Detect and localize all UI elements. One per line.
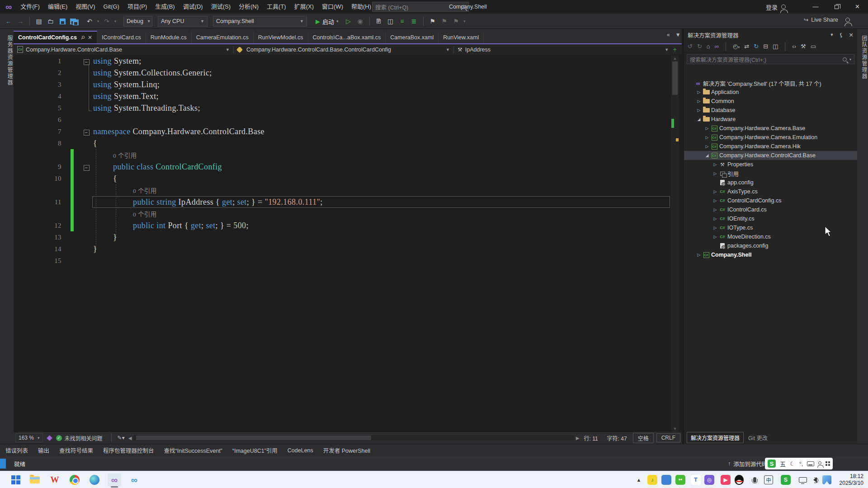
close-panel-icon[interactable]: ✕	[849, 32, 854, 38]
tree-expander-icon[interactable]: ▷	[712, 198, 718, 203]
chrome-icon[interactable]	[68, 473, 81, 487]
t-app-icon[interactable]: T	[691, 475, 701, 485]
tree-expander-icon[interactable]: ▷	[712, 225, 718, 230]
new-item-icon[interactable]: 🖹	[374, 16, 384, 27]
forward-icon[interactable]: ↻	[697, 43, 702, 50]
previous-bookmark-icon[interactable]: ⚑	[439, 16, 449, 27]
tree-expander-icon[interactable]: ▷	[696, 108, 702, 113]
wechat-icon[interactable]: ••	[675, 475, 685, 485]
blue-app-icon[interactable]	[661, 475, 671, 485]
menu-item[interactable]: Git(G)	[99, 0, 123, 14]
collapse-all-icon[interactable]: ⊟	[763, 43, 768, 50]
tree-item[interactable]: ▷Common	[684, 97, 857, 106]
document-tab[interactable]: Controls\Ca...aBox.xaml.cs	[308, 32, 386, 43]
panel-menu-icon[interactable]: ▼	[830, 33, 834, 37]
code-health-icon[interactable]	[47, 435, 52, 441]
solution-configurations-combo[interactable]: Debug▼	[123, 16, 152, 27]
zoom-level-combo[interactable]: 163 %▾	[15, 433, 43, 442]
menu-item[interactable]: 项目(P)	[123, 0, 151, 14]
sign-in-button[interactable]: 登录	[766, 0, 786, 14]
navbar-dropdown-icon[interactable]: ▼	[665, 47, 669, 52]
sogou-tray-icon[interactable]: S	[781, 475, 791, 485]
menu-item[interactable]: 扩展(X)	[290, 0, 318, 14]
tree-item[interactable]: ∞解决方案 'Company.Shell' (17 个项目, 共 17 个)	[684, 79, 857, 88]
open-file-icon[interactable]: 🗀	[46, 16, 56, 27]
team-explorer-vertical-tab[interactable]: 团队资源管理器	[857, 32, 868, 83]
codelens-references[interactable]: 0 个引用	[93, 209, 157, 218]
solution-search-input[interactable]: 搜索解决方案资源管理器(Ctrl+;) ▾	[687, 54, 854, 64]
tools-wrench-icon[interactable]: ⚒	[801, 43, 806, 50]
pin-icon[interactable]: ⚸	[839, 32, 843, 38]
taskbar-clock[interactable]: 18:12 2025/3/10	[840, 473, 863, 487]
tree-item[interactable]: ▷C#Company.Shell	[684, 250, 857, 259]
menu-item[interactable]: 分析(N)	[235, 0, 263, 14]
server-explorer-vertical-tab[interactable]: 服务器资源管理器	[0, 32, 14, 89]
next-bookmark-icon[interactable]: ⚑	[451, 16, 461, 27]
bottom-panel-tab[interactable]: “ImageU8C1”引用	[232, 446, 278, 455]
navigate-forward-icon[interactable]: →	[15, 16, 25, 27]
edge-icon[interactable]	[88, 473, 101, 487]
fold-marker[interactable]: −	[80, 127, 93, 136]
preview-selected-icon[interactable]: ▭	[811, 43, 816, 50]
breadcrumb-type[interactable]: Company.Hardware.ControlCard.Base.Contro…	[234, 44, 453, 55]
scrollbar-thumb[interactable]	[672, 61, 678, 95]
soft-keyboard-icon[interactable]	[807, 461, 814, 466]
breadcrumb-member[interactable]: ⚒ IpAddress	[454, 44, 494, 55]
tree-item[interactable]: ▷C#Company.Hardware.Camera.Hik	[684, 142, 857, 151]
comment-lines-icon[interactable]: ≡	[397, 16, 407, 27]
document-tab[interactable]: CameraEmulation.cs	[192, 32, 254, 43]
microphone-icon[interactable]	[750, 475, 760, 485]
navigate-back-icon[interactable]: ←	[4, 16, 14, 27]
tree-item[interactable]: ▷C#ControlCardConfig.cs	[684, 196, 857, 205]
tree-item[interactable]: ▷⚒Properties	[684, 160, 857, 169]
menu-item[interactable]: 文件(F)	[16, 0, 44, 14]
vertical-scrollbar[interactable]: ▲ ▼	[671, 55, 679, 432]
redo-dropdown-icon[interactable]: ▾	[113, 16, 117, 27]
punctuation-mode-icon[interactable]: °,	[799, 460, 803, 467]
start-debugging-button[interactable]: ▶ 启动 ▾	[312, 15, 342, 27]
new-project-icon[interactable]: ▤	[34, 16, 44, 27]
file-explorer-icon[interactable]	[28, 473, 42, 487]
tree-expander-icon[interactable]: ▷	[696, 90, 702, 94]
profiler-icon[interactable]: ◉	[355, 16, 365, 27]
qq-icon[interactable]	[734, 475, 744, 485]
menu-item[interactable]: 窗口(W)	[318, 0, 347, 14]
minimize-button[interactable]: —	[805, 0, 826, 14]
bottom-panel-tab[interactable]: 错误列表	[5, 446, 28, 455]
tray-overflow-chevron-icon[interactable]: ▲	[634, 475, 644, 485]
switch-views-icon[interactable]: ⇄	[744, 43, 749, 50]
menu-item[interactable]: 工具(T)	[263, 0, 290, 14]
breadcrumb-project[interactable]: C# Company.Hardware.ControlCard.Base ▼	[14, 44, 233, 55]
home-icon[interactable]: ⌂	[707, 43, 710, 50]
redo-icon[interactable]: ↷	[102, 16, 112, 27]
tree-expander-icon[interactable]: ▷	[696, 253, 702, 257]
tree-expander-icon[interactable]: ▷	[712, 171, 718, 176]
tab-git-changes[interactable]: Git 更改	[748, 434, 768, 441]
tree-item[interactable]: packages.config	[684, 241, 857, 250]
menu-item[interactable]: 生成(B)	[151, 0, 179, 14]
menu-item[interactable]: 调试(D)	[179, 0, 207, 14]
tree-expander-icon[interactable]: ▷	[712, 216, 718, 221]
bookmark-dropdown-icon[interactable]: ▾	[463, 16, 467, 27]
bookmark-icon[interactable]: ⚑	[428, 16, 438, 27]
column-indicator[interactable]: 字符: 47	[603, 433, 632, 443]
back-icon[interactable]: ↺	[688, 43, 693, 50]
tree-expander-icon[interactable]: ▷	[712, 207, 718, 212]
tree-item[interactable]: ▷C#AxisType.cs	[684, 187, 857, 196]
tree-item[interactable]: ▷C#IControlCard.cs	[684, 205, 857, 214]
tree-expander-icon[interactable]: ▷	[704, 144, 710, 149]
bottom-panel-tab[interactable]: 程序包管理器控制台	[103, 446, 154, 455]
bottom-panel-tab[interactable]: 查找“InitSuccessEvent”	[164, 446, 222, 455]
undo-dropdown-icon[interactable]: ▾	[96, 16, 100, 27]
close-tab-icon[interactable]: ✕	[88, 34, 92, 41]
tree-item[interactable]: ▷C#Company.Hardware.Camera.Base	[684, 124, 857, 133]
document-tab[interactable]: IControlCard.cs	[97, 32, 146, 43]
split-editor-icon[interactable]: ÷	[673, 47, 676, 53]
document-tab[interactable]: RunViewModel.cs	[254, 32, 308, 43]
solution-platforms-combo[interactable]: Any CPU▼	[158, 16, 208, 27]
tree-expander-icon[interactable]: ◢	[696, 117, 702, 122]
sync-with-active-document-icon[interactable]: ∞	[715, 43, 719, 50]
menu-item[interactable]: 测试(S)	[207, 0, 235, 14]
bottom-panel-tab[interactable]: 开发者 PowerShell	[323, 446, 370, 455]
scroll-up-icon[interactable]: ▲	[671, 56, 679, 61]
